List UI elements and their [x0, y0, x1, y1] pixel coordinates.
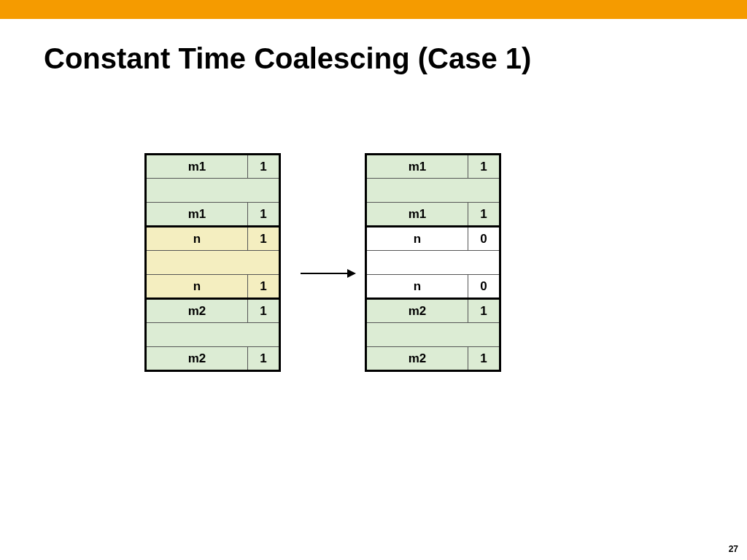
- table-row: n 1: [146, 227, 280, 251]
- cell-label: [366, 179, 500, 203]
- cell-flag: 1: [248, 227, 280, 251]
- slide-title: Constant Time Coalescing (Case 1): [44, 42, 747, 75]
- cell-flag: 0: [468, 275, 500, 299]
- table-row: m1 1: [366, 155, 500, 179]
- cell-label: m2: [366, 347, 468, 371]
- accent-top-bar: [0, 0, 747, 19]
- table-row: [366, 179, 500, 203]
- table-row: m2 1: [146, 347, 280, 371]
- heap-before-table: m1 1 m1 1 n 1 n 1 m2 1 m2 1: [144, 153, 281, 372]
- table-row: m2 1: [146, 299, 280, 323]
- cell-flag: 1: [468, 299, 500, 323]
- cell-flag: 0: [468, 227, 500, 251]
- table-row: m2 1: [366, 347, 500, 371]
- cell-label: m1: [366, 155, 468, 179]
- table-row: n 0: [366, 275, 500, 299]
- cell-label: m2: [146, 299, 248, 323]
- cell-label: m2: [146, 347, 248, 371]
- cell-label: n: [146, 227, 248, 251]
- svg-marker-1: [347, 269, 356, 278]
- table-row: [146, 323, 280, 347]
- table-row: [146, 179, 280, 203]
- table-row: m1 1: [146, 203, 280, 227]
- cell-flag: 1: [248, 347, 280, 371]
- cell-label: [146, 251, 280, 275]
- table-row: n 1: [146, 275, 280, 299]
- cell-label: [366, 251, 500, 275]
- cell-label: m2: [366, 299, 468, 323]
- cell-label: [366, 323, 500, 347]
- table-row: [366, 251, 500, 275]
- cell-label: n: [366, 227, 468, 251]
- cell-flag: 1: [248, 203, 280, 227]
- arrow-right-icon: [299, 266, 357, 281]
- cell-label: m1: [146, 155, 248, 179]
- cell-flag: 1: [248, 299, 280, 323]
- table-row: m1 1: [146, 155, 280, 179]
- cell-flag: 1: [468, 203, 500, 227]
- cell-label: [146, 323, 280, 347]
- table-row: m2 1: [366, 299, 500, 323]
- cell-label: [146, 179, 280, 203]
- page-number: 27: [729, 544, 738, 554]
- cell-label: m1: [366, 203, 468, 227]
- cell-flag: 1: [248, 155, 280, 179]
- cell-label: m1: [146, 203, 248, 227]
- cell-label: n: [366, 275, 468, 299]
- cell-flag: 1: [468, 347, 500, 371]
- table-row: [366, 323, 500, 347]
- cell-flag: 1: [468, 155, 500, 179]
- table-row: [146, 251, 280, 275]
- cell-flag: 1: [248, 275, 280, 299]
- table-row: m1 1: [366, 203, 500, 227]
- heap-after-table: m1 1 m1 1 n 0 n 0 m2 1 m2 1: [365, 153, 501, 372]
- cell-label: n: [146, 275, 248, 299]
- table-row: n 0: [366, 227, 500, 251]
